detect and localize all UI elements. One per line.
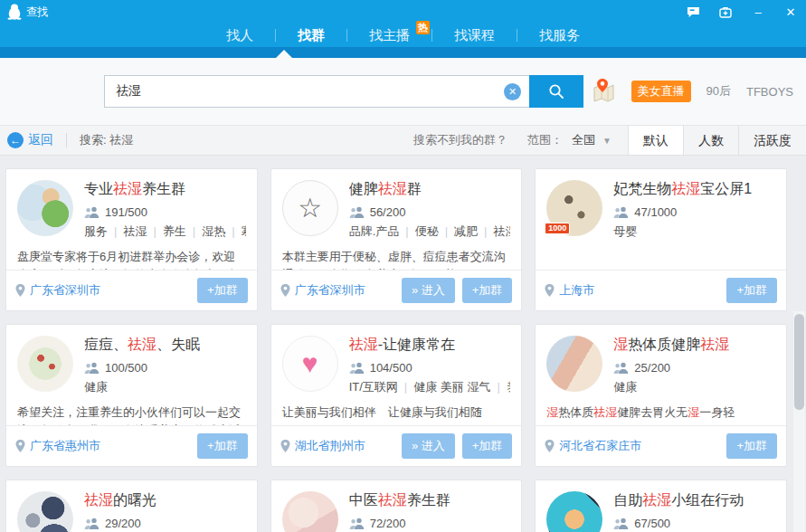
members-icon xyxy=(613,206,629,219)
live-shortcut-badge[interactable]: 美女直播 xyxy=(631,81,691,102)
avatar-capacity-badge: 1000 xyxy=(545,223,570,234)
clear-search-icon[interactable]: ✕ xyxy=(504,83,521,100)
tab-find-services[interactable]: 找服务 xyxy=(517,27,602,44)
group-tags: IT/互联网|健康 美丽 湿气|养颜 xyxy=(349,379,511,395)
group-avatar-pentagram[interactable]: ☆ xyxy=(282,180,338,236)
location-pin-icon xyxy=(280,440,290,452)
window-title: 查找 xyxy=(26,5,48,20)
feedback-icon[interactable] xyxy=(683,3,703,21)
group-avatar-photo[interactable] xyxy=(282,491,338,532)
nearby-map-icon[interactable] xyxy=(591,77,616,106)
back-button[interactable]: ← 返回 xyxy=(0,132,66,148)
group-card: 专业祛湿养生群 191/500 服务|祛湿|养生|湿热|寒湿|... 盘庚堂专家… xyxy=(5,168,258,311)
join-group-button[interactable]: +加群 xyxy=(197,278,248,303)
group-title[interactable]: 专业祛湿养生群 xyxy=(84,180,246,199)
group-title[interactable]: 痘痘、祛湿、失眠 xyxy=(84,336,200,355)
quick-link-tfboys[interactable]: TFBOYS xyxy=(746,85,793,99)
search-section: ✕ 美女直播 90后 TFBOYS xyxy=(0,58,806,125)
tab-find-streamers[interactable]: 找主播热 xyxy=(347,27,431,44)
tab-find-groups[interactable]: 找群 xyxy=(276,27,346,44)
members-icon xyxy=(349,518,365,530)
sort-tab-default[interactable]: 默认 xyxy=(628,126,683,155)
group-description: 希望关注，注重养生的小伙伴们可以一起交流一起分享，我是一名注重养生，热爱生活喜欢… xyxy=(6,395,257,425)
search-input[interactable] xyxy=(104,75,529,108)
card-footer: 湖北省荆州市 » 进入 +加群 xyxy=(271,425,522,466)
group-location[interactable]: 河北省石家庄市 xyxy=(545,438,641,454)
magnifier-icon xyxy=(548,83,564,100)
search-button[interactable] xyxy=(529,75,583,108)
group-card: 痘痘、祛湿、失眠 100/500 健康 希望关注，注重养生的小伙伴们可以一起交流… xyxy=(5,324,258,467)
group-card: 祛湿的曙光 29/200 xyxy=(5,480,258,532)
join-group-button[interactable]: +加群 xyxy=(462,433,513,459)
group-location[interactable]: 广东省深圳市 xyxy=(15,282,100,299)
chevron-down-icon: ▼ xyxy=(602,136,612,146)
sort-tab-members[interactable]: 人数 xyxy=(683,126,738,155)
enter-group-button[interactable]: » 进入 xyxy=(402,278,455,303)
members-icon xyxy=(84,518,100,530)
group-avatar-hearts[interactable]: ♥ xyxy=(282,336,338,392)
members-icon xyxy=(613,518,629,530)
group-avatar-handshake[interactable] xyxy=(546,491,602,532)
divider xyxy=(66,133,67,147)
back-arrow-icon: ← xyxy=(7,132,24,148)
location-pin-icon xyxy=(545,284,555,297)
quick-link-90s[interactable]: 90后 xyxy=(706,83,731,100)
member-count: 29/200 xyxy=(84,517,156,530)
member-count: 191/500 xyxy=(84,205,246,219)
group-avatar-food[interactable] xyxy=(17,336,73,392)
group-description: 湿热体质祛湿健脾去胃火无湿一身轻 xyxy=(536,395,786,422)
group-location[interactable]: 广东省深圳市 xyxy=(280,282,365,299)
scope-dropdown[interactable]: 全国 ▼ xyxy=(572,132,612,148)
members-icon xyxy=(349,362,365,375)
tab-find-people[interactable]: 找人 xyxy=(204,27,275,44)
group-avatar-person[interactable] xyxy=(17,491,73,532)
group-description: 盘庚堂专家将于6月初进群举办会诊，欢迎大家届时积极交流。拒绝广告人士加入，加群有… xyxy=(6,240,257,270)
group-location[interactable]: 广东省惠州市 xyxy=(15,438,100,454)
active-tab-caret xyxy=(276,50,292,58)
card-footer: 广东省惠州市 +加群 xyxy=(6,425,257,466)
group-location[interactable]: 上海市 xyxy=(545,282,594,299)
member-count: 56/200 xyxy=(349,205,511,219)
filter-bar: ← 返回 搜索: 祛湿 搜索不到我的群？ 范围： 全国 ▼ 默认 人数 活跃度 xyxy=(0,125,806,156)
results-area: 专业祛湿养生群 191/500 服务|祛湿|养生|湿热|寒湿|... 盘庚堂专家… xyxy=(0,156,806,532)
join-group-button[interactable]: +加群 xyxy=(726,433,777,459)
window-titlebar[interactable]: 查找 – ✕ xyxy=(0,0,806,24)
scope-value: 全国 xyxy=(572,132,595,148)
group-title[interactable]: 湿热体质健脾祛湿 xyxy=(613,336,729,355)
scrollbar-thumb[interactable] xyxy=(794,314,804,410)
member-count: 72/200 xyxy=(349,517,450,530)
minimize-icon[interactable]: – xyxy=(748,3,768,21)
sort-tabs: 默认 人数 活跃度 xyxy=(628,126,806,155)
group-grid: 专业祛湿养生群 191/500 服务|祛湿|养生|湿热|寒湿|... 盘庚堂专家… xyxy=(5,168,787,532)
join-group-button[interactable]: +加群 xyxy=(197,433,248,459)
scrollbar-track[interactable] xyxy=(793,311,805,532)
tab-find-courses[interactable]: 找课程 xyxy=(432,27,517,44)
members-icon xyxy=(84,206,100,219)
group-avatar-seal[interactable]: 1000 xyxy=(546,180,602,236)
nav-accent-strip xyxy=(0,47,806,58)
group-tags: 健康 xyxy=(613,379,729,395)
group-title[interactable]: 祛湿-让健康常在 xyxy=(349,336,511,355)
enter-group-button[interactable]: » 进入 xyxy=(402,433,455,459)
group-tags: 品牌.产品|便秘|减肥|祛湿|健脾 xyxy=(349,223,511,240)
group-title[interactable]: 妃梵生物祛湿宝公屏1 xyxy=(613,180,752,199)
card-footer: 广东省深圳市 +加群 xyxy=(6,270,257,310)
group-location[interactable]: 湖北省荆州市 xyxy=(280,438,365,454)
group-avatar-poster[interactable] xyxy=(546,336,602,392)
group-avatar-cartoon[interactable] xyxy=(17,180,73,236)
sort-tab-activity[interactable]: 活跃度 xyxy=(738,126,806,155)
cant-find-group-link[interactable]: 搜索不到我的群？ xyxy=(413,132,507,148)
search-category-tabs: 找人 找群 找主播热 找课程 找服务 xyxy=(0,24,806,47)
qq-penguin-logo xyxy=(7,4,22,20)
join-group-button[interactable]: +加群 xyxy=(726,278,777,303)
location-pin-icon xyxy=(545,440,555,452)
join-group-button[interactable]: +加群 xyxy=(462,278,513,303)
group-title[interactable]: 自助祛湿小组在行动 xyxy=(613,491,744,510)
group-title[interactable]: 中医祛湿养生群 xyxy=(349,491,450,510)
group-card: ☆ 健脾祛湿群 56/200 品牌.产品|便秘|减肥|祛湿|健脾 本群主要用于便… xyxy=(270,168,523,311)
close-icon[interactable]: ✕ xyxy=(781,3,801,21)
group-title[interactable]: 健脾祛湿群 xyxy=(349,180,511,199)
group-title[interactable]: 祛湿的曙光 xyxy=(84,491,156,510)
toolbox-icon[interactable] xyxy=(716,3,735,21)
hot-badge: 热 xyxy=(416,21,430,34)
